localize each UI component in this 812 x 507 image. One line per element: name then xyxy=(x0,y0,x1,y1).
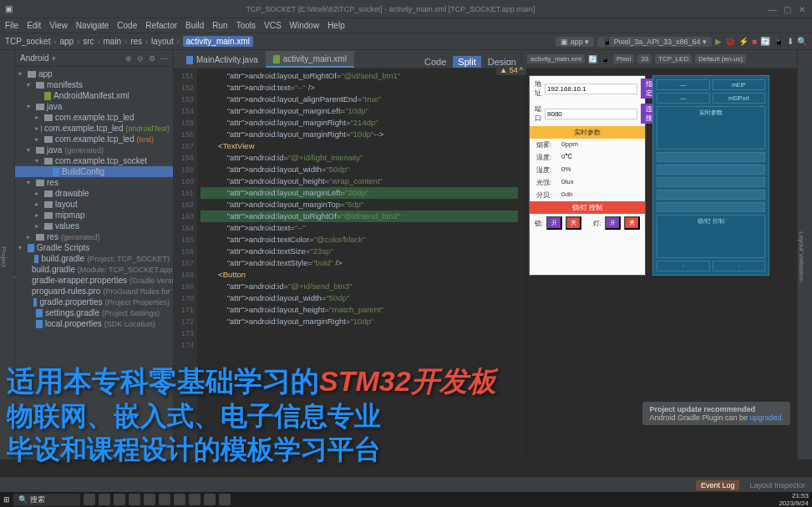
start-button[interactable]: ⊞ xyxy=(3,495,10,504)
task-icon[interactable] xyxy=(84,494,95,505)
upgrade-link[interactable]: upgraded. xyxy=(749,413,784,422)
menu-refactor[interactable]: Refactor xyxy=(145,21,177,30)
device-select[interactable]: 📱 Pixel_3a_API_33_x86_64 ▾ xyxy=(597,37,712,47)
tree-pkg1[interactable]: ▸com.example.tcp_led xyxy=(15,112,173,123)
hide-icon[interactable]: — xyxy=(160,54,168,63)
sync-button[interactable]: 🔄 xyxy=(760,37,770,46)
maximize-button[interactable]: ▢ xyxy=(784,5,792,13)
tree-res-gen[interactable]: ▸res (generated) xyxy=(15,231,173,242)
tree-build-gradle-module[interactable]: build.gradle (Module: TCP_SOCKET.app) xyxy=(15,264,173,275)
expand-icon[interactable]: ⊖ xyxy=(137,54,144,63)
preview-theme[interactable]: TCP_LED xyxy=(655,54,692,63)
menu-help[interactable]: Help xyxy=(327,21,345,30)
event-log-button[interactable]: Event Log xyxy=(696,480,740,490)
layout-validation-button[interactable]: Layout Validation xyxy=(798,231,805,282)
tree-manifest-file[interactable]: AndroidManifest.xml xyxy=(15,90,173,101)
tree-app[interactable]: ▾app xyxy=(15,68,173,79)
code-editor[interactable]: 1511521531541551561571581591601611621631… xyxy=(174,68,521,459)
breadcrumb-item[interactable]: TCP_socket xyxy=(5,37,50,46)
stop-button[interactable]: ■ xyxy=(752,37,757,46)
taskbar-clock[interactable]: 21:532023/9/24 xyxy=(779,492,809,507)
menu-window[interactable]: Window xyxy=(290,21,320,30)
tree-gradle-props[interactable]: gradle.properties (Project Properties) xyxy=(15,297,173,307)
tree-build-gradle-project[interactable]: build.gradle (Project: TCP_SOCKET) xyxy=(15,253,173,264)
menu-edit[interactable]: Edit xyxy=(27,21,41,30)
task-icon[interactable] xyxy=(204,494,216,505)
task-icon[interactable] xyxy=(174,494,185,505)
run-button[interactable]: ▶ xyxy=(715,37,722,46)
menu-vcs[interactable]: VCS xyxy=(264,21,282,30)
menu-code[interactable]: Code xyxy=(117,21,137,30)
project-tool-button[interactable]: Project xyxy=(0,246,8,267)
preview-file[interactable]: activity_main.xml xyxy=(527,54,585,63)
task-icon[interactable] xyxy=(159,494,170,505)
notification-popup[interactable]: Project update recommended Android Gradl… xyxy=(642,402,790,425)
breadcrumb-item[interactable]: layout xyxy=(151,37,174,46)
tree-drawable[interactable]: ▸drawable xyxy=(15,188,173,199)
layout-inspector-button[interactable]: Layout Inspector xyxy=(749,481,805,489)
close-button[interactable]: ✕ xyxy=(799,5,807,13)
run-config-select[interactable]: ▣ app ▾ xyxy=(556,37,594,47)
task-icon[interactable] xyxy=(114,494,125,505)
breadcrumb-item[interactable]: src xyxy=(83,37,94,46)
tree-gradle-scripts[interactable]: ▾Gradle Scripts xyxy=(15,242,173,253)
tree-pkg3[interactable]: ▸com.example.tcp_led (test) xyxy=(15,134,173,144)
lock-off[interactable]: 关 xyxy=(566,216,581,230)
preview-canvas[interactable]: 地址 指定 端口 连接 实时参数 烟雾:0ppm温度:0℃湿度:0%光强:0lu… xyxy=(522,68,797,459)
warnings-badge[interactable]: ▲ 54 ^ xyxy=(496,65,526,75)
lock-on[interactable]: 开 xyxy=(546,216,562,230)
task-icon[interactable] xyxy=(219,494,231,505)
menu-run[interactable]: Run xyxy=(212,21,227,30)
tree-manifests[interactable]: ▾manifests xyxy=(15,79,173,90)
menu-build[interactable]: Build xyxy=(185,21,204,30)
search-icon[interactable]: 🔍 xyxy=(797,37,807,46)
minimize-button[interactable]: — xyxy=(769,5,777,13)
menu-view[interactable]: View xyxy=(49,21,68,30)
tree-layout[interactable]: ▸layout xyxy=(15,199,173,210)
preview-device[interactable]: Pixel xyxy=(613,54,634,63)
tree-mipmap[interactable]: ▸mipmap xyxy=(15,210,173,221)
debug-button[interactable]: 🐞 xyxy=(725,37,735,46)
view-mode-split[interactable]: Split xyxy=(453,56,480,68)
tab-mainactivity[interactable]: MainActivity.java xyxy=(179,52,266,68)
breadcrumb-item[interactable]: main xyxy=(104,37,122,46)
preview-locale[interactable]: Default (en-us) xyxy=(695,54,746,63)
tree-values[interactable]: ▸values xyxy=(15,221,173,231)
device-icon[interactable]: 📱 xyxy=(601,55,610,63)
addr-input[interactable] xyxy=(545,84,637,94)
code-content[interactable]: "attr">android:layout_toRightOf="@id/sen… xyxy=(197,68,521,459)
breadcrumb-current[interactable]: activity_main.xml xyxy=(183,36,253,47)
light-off[interactable]: 关 xyxy=(624,216,640,230)
view-mode-code[interactable]: Code xyxy=(419,56,451,68)
breadcrumb-item[interactable]: res xyxy=(130,37,142,46)
tree-gradle-wrapper[interactable]: gradle-wrapper.properties (Gradle Versio… xyxy=(15,275,173,286)
tab-activity-main[interactable]: activity_main.xml xyxy=(266,51,354,68)
collapse-icon[interactable]: ⊕ xyxy=(125,54,132,63)
tree-pkg2[interactable]: ▸com.example.tcp_led (androidTest) xyxy=(15,123,173,134)
tree-buildconfig[interactable]: BuildConfig xyxy=(15,166,173,177)
tree-java-gen[interactable]: ▾java (generated) xyxy=(15,144,173,155)
menu-navigate[interactable]: Navigate xyxy=(76,21,109,30)
tree-pkg4[interactable]: ▾com.example.tcp_socket xyxy=(15,155,173,166)
tree-java[interactable]: ▾java xyxy=(15,101,173,112)
menu-tools[interactable]: Tools xyxy=(236,21,256,30)
avd-button[interactable]: 📱 xyxy=(774,37,784,46)
task-icon[interactable] xyxy=(99,494,110,505)
menu-file[interactable]: File xyxy=(5,21,18,30)
task-icon[interactable] xyxy=(189,494,200,505)
profile-button[interactable]: ⚡ xyxy=(738,37,749,46)
sdk-button[interactable]: ⬇ xyxy=(787,37,794,46)
tree-settings-gradle[interactable]: settings.gradle (Project Settings) xyxy=(15,307,173,318)
port-input[interactable] xyxy=(545,109,637,119)
settings-icon[interactable]: ⚙ xyxy=(149,54,155,63)
breadcrumb-item[interactable]: app xyxy=(59,37,74,46)
task-icon[interactable] xyxy=(144,494,155,505)
tree-res[interactable]: ▾res xyxy=(15,177,173,188)
task-icon[interactable] xyxy=(129,494,140,505)
taskbar-search[interactable]: 🔍 搜索 xyxy=(13,494,80,506)
orientation-icon[interactable]: 🔄 xyxy=(588,55,597,63)
tree-proguard[interactable]: proguard-rules.pro (ProGuard Rules for T… xyxy=(15,286,173,297)
tree-local-props[interactable]: local.properties (SDK Location) xyxy=(15,318,173,329)
light-on[interactable]: 开 xyxy=(605,216,621,230)
preview-api[interactable]: 33 xyxy=(637,54,652,63)
